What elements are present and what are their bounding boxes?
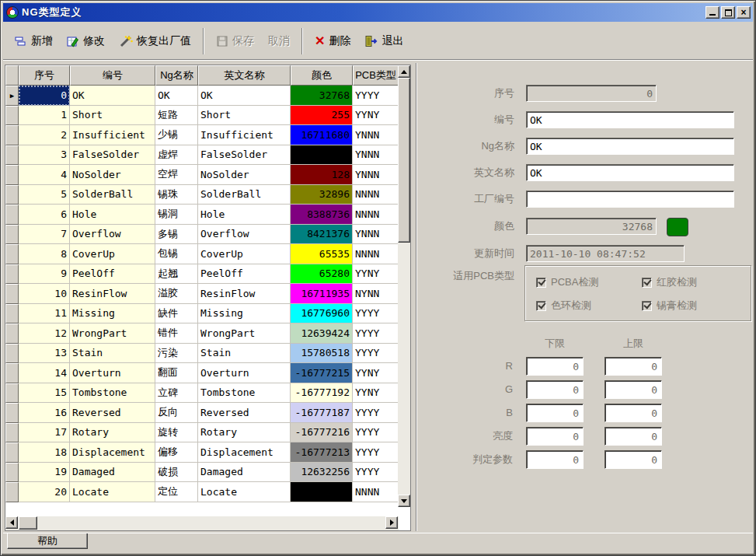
cell-en-name[interactable]: Missing bbox=[198, 304, 291, 324]
cell-ng-name[interactable]: 破损 bbox=[155, 463, 198, 483]
cell-code[interactable]: ResinFlow bbox=[70, 284, 155, 304]
cell-no[interactable]: 20 bbox=[19, 482, 70, 502]
cell-en-name[interactable]: Tombstone bbox=[198, 383, 291, 404]
table-row[interactable]: 19Damaged破损Damaged12632256YYYY bbox=[5, 463, 399, 483]
cell-en-name[interactable]: Overturn bbox=[198, 363, 291, 383]
table-row[interactable]: 5SolderBall锡珠SolderBall32896NNNN bbox=[5, 185, 399, 205]
cell-pcb-type[interactable]: YNNN bbox=[353, 125, 399, 145]
cell-ng-name[interactable]: 起翘 bbox=[155, 264, 198, 285]
cell-en-name[interactable]: SolderBall bbox=[198, 185, 291, 205]
cell-pcb-type[interactable]: YYNY bbox=[353, 363, 399, 383]
cell-en-name[interactable]: Stain bbox=[198, 344, 291, 364]
cell-ng-name[interactable]: 虚焊 bbox=[155, 145, 198, 166]
table-row[interactable]: 7Overflow多锡Overflow8421376YNNN bbox=[5, 225, 399, 245]
cell-pcb-type[interactable]: YYYY bbox=[353, 323, 399, 344]
close-button[interactable]: × bbox=[737, 6, 751, 19]
cell-code[interactable]: Tombstone bbox=[70, 383, 155, 404]
cell-code[interactable]: SolderBall bbox=[70, 185, 155, 205]
add-button[interactable]: 新增 bbox=[8, 30, 60, 52]
delete-button[interactable]: ✕ 删除 bbox=[308, 30, 357, 52]
table-row[interactable]: 18Displacement偏移Displacement-16777213YYY… bbox=[5, 442, 399, 463]
cell-ng-name[interactable]: 短路 bbox=[155, 106, 198, 126]
cell-pcb-type[interactable]: YYYY bbox=[353, 463, 399, 483]
table-row[interactable]: 14Overturn翻面Overturn-16777215YYNY bbox=[5, 363, 399, 383]
cell-en-name[interactable]: Damaged bbox=[198, 463, 291, 483]
cell-en-name[interactable]: WrongPart bbox=[198, 323, 291, 344]
column-header-ng-name[interactable]: Ng名称 bbox=[155, 65, 198, 86]
cell-ng-name[interactable]: 缺件 bbox=[155, 304, 198, 324]
cell-color[interactable]: -16777213 bbox=[291, 442, 353, 463]
cell-pcb-type[interactable]: YYNY bbox=[353, 106, 399, 126]
cell-no[interactable]: 4 bbox=[19, 165, 70, 185]
column-header-en-name[interactable]: 英文名称 bbox=[198, 65, 291, 86]
code-field[interactable] bbox=[526, 111, 734, 128]
cell-no[interactable]: 14 bbox=[19, 363, 70, 383]
cell-color[interactable]: -16777215 bbox=[291, 363, 353, 383]
table-row[interactable]: 9PeelOff起翘PeelOff65280YYNY bbox=[5, 264, 399, 285]
cell-ng-name[interactable]: 空焊 bbox=[155, 165, 198, 185]
cell-color[interactable]: 128 bbox=[291, 165, 353, 185]
cell-pcb-type[interactable]: YYYY bbox=[353, 344, 399, 364]
cell-code[interactable]: PeelOff bbox=[70, 264, 155, 285]
cell-ng-name[interactable]: 溢胶 bbox=[155, 284, 198, 304]
scroll-up-button[interactable] bbox=[398, 65, 410, 78]
cell-code[interactable]: OK bbox=[70, 86, 155, 106]
cell-no[interactable]: 1 bbox=[19, 106, 70, 126]
cell-en-name[interactable]: Overflow bbox=[198, 225, 291, 245]
cell-code[interactable]: WrongPart bbox=[70, 323, 155, 344]
cell-code[interactable]: Hole bbox=[70, 205, 155, 225]
en-name-field[interactable] bbox=[526, 164, 734, 181]
cell-code[interactable]: Insufficient bbox=[70, 125, 155, 145]
cell-color[interactable]: 255 bbox=[291, 106, 353, 126]
color-swatch-button[interactable] bbox=[667, 218, 688, 236]
limit-upper-field[interactable] bbox=[604, 427, 662, 446]
cell-no[interactable]: 16 bbox=[19, 403, 70, 423]
cell-ng-name[interactable]: OK bbox=[155, 86, 198, 106]
cell-en-name[interactable]: PeelOff bbox=[198, 264, 291, 285]
cell-color[interactable] bbox=[291, 145, 353, 166]
cell-code[interactable]: Reversed bbox=[70, 403, 155, 423]
cell-ng-name[interactable]: 反向 bbox=[155, 403, 198, 423]
cell-pcb-type[interactable]: NYNN bbox=[353, 284, 399, 304]
limit-lower-field[interactable] bbox=[526, 427, 584, 446]
cell-color[interactable]: 32768 bbox=[291, 86, 353, 106]
vertical-scrollbar[interactable] bbox=[398, 65, 410, 507]
cell-color[interactable] bbox=[291, 482, 353, 502]
cell-code[interactable]: Stain bbox=[70, 344, 155, 364]
cell-no[interactable]: 12 bbox=[19, 323, 70, 344]
cell-ng-name[interactable]: 污染 bbox=[155, 344, 198, 364]
table-row[interactable]: 4NoSolder空焊NoSolder128YNNN bbox=[5, 165, 399, 185]
cell-no[interactable]: 5 bbox=[19, 185, 70, 205]
horizontal-scroll-thumb[interactable] bbox=[19, 516, 37, 530]
limit-lower-field[interactable] bbox=[526, 380, 584, 399]
cell-en-name[interactable]: ResinFlow bbox=[198, 284, 291, 304]
cell-color[interactable]: 32896 bbox=[291, 185, 353, 205]
cell-en-name[interactable]: Displacement bbox=[198, 442, 291, 463]
cell-en-name[interactable]: Reversed bbox=[198, 403, 291, 423]
cell-pcb-type[interactable]: YYNY bbox=[353, 264, 399, 285]
cell-pcb-type[interactable]: YYNY bbox=[353, 383, 399, 404]
cell-pcb-type[interactable]: YNNN bbox=[353, 145, 399, 166]
cell-code[interactable]: CoverUp bbox=[70, 244, 155, 264]
cell-color[interactable]: 65535 bbox=[291, 244, 353, 264]
cell-en-name[interactable]: OK bbox=[198, 86, 291, 106]
table-row[interactable]: 16Reversed反向Reversed-16777187YYYY bbox=[5, 403, 399, 423]
cell-ng-name[interactable]: 定位 bbox=[155, 482, 198, 502]
cell-code[interactable]: NoSolder bbox=[70, 165, 155, 185]
cell-no[interactable]: 7 bbox=[19, 225, 70, 245]
cell-en-name[interactable]: Hole bbox=[198, 205, 291, 225]
scroll-down-button[interactable] bbox=[398, 495, 410, 507]
cell-ng-name[interactable]: 锡珠 bbox=[155, 185, 198, 205]
factory-code-field[interactable] bbox=[526, 191, 734, 208]
cell-ng-name[interactable]: 错件 bbox=[155, 323, 198, 344]
cell-no[interactable]: 3 bbox=[19, 145, 70, 166]
limit-lower-field[interactable] bbox=[526, 357, 584, 376]
limit-upper-field[interactable] bbox=[604, 357, 662, 376]
cell-color[interactable]: 15780518 bbox=[291, 344, 353, 364]
cell-pcb-type[interactable]: NNNN bbox=[353, 205, 399, 225]
table-row[interactable]: 8CoverUp包锡CoverUp65535NNNN bbox=[5, 244, 399, 264]
cell-en-name[interactable]: Locate bbox=[198, 482, 291, 502]
cell-code[interactable]: Overturn bbox=[70, 363, 155, 383]
cell-pcb-type[interactable]: YYYY bbox=[353, 423, 399, 443]
cell-code[interactable]: Locate bbox=[70, 482, 155, 502]
